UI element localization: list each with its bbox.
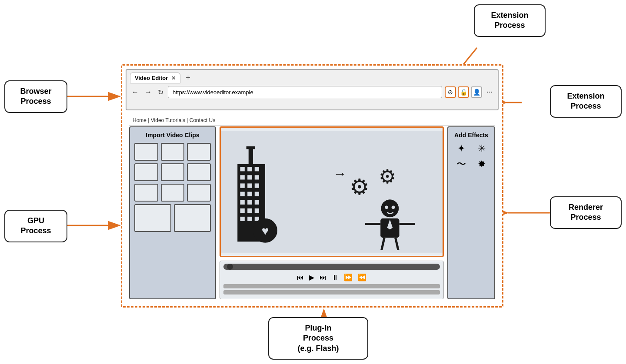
clip-thumb-5[interactable] xyxy=(161,163,185,181)
url-bar[interactable]: https://www.videoeditor.example xyxy=(168,86,442,98)
nav-tutorials[interactable]: Video Tutorials xyxy=(151,117,185,123)
clip-thumb-8[interactable] xyxy=(161,184,185,202)
clip-thumb-6[interactable] xyxy=(187,163,211,181)
svg-rect-16 xyxy=(240,183,245,188)
progress-bar[interactable] xyxy=(223,264,440,270)
gpu-process-label: GPUProcess xyxy=(20,216,51,235)
extension-process-label-1: ExtensionProcess xyxy=(491,11,528,30)
renderer-process-label: RendererProcess xyxy=(569,203,603,222)
url-text: https://www.videoeditor.example xyxy=(173,89,253,96)
clip-thumb-4[interactable] xyxy=(134,163,158,181)
extension-icon-1[interactable]: ⊘ xyxy=(445,86,456,98)
svg-rect-28 xyxy=(240,217,245,221)
control-buttons: ⏮ ▶ ⏭ ⏸ ⏩ ⏪ xyxy=(223,272,440,282)
tab-close-button[interactable]: ✕ xyxy=(171,75,176,81)
svg-rect-21 xyxy=(255,192,259,196)
svg-rect-29 xyxy=(247,217,252,221)
browser-process-box: Browser Process xyxy=(4,80,67,113)
play-button[interactable]: ▶ xyxy=(309,273,314,281)
svg-rect-17 xyxy=(247,183,252,188)
skip-forward-button[interactable]: ⏭ xyxy=(320,274,326,281)
forward-button[interactable]: → xyxy=(143,87,153,97)
extension-icon-3[interactable]: 👤 xyxy=(471,86,482,98)
browser-window: Video Editor ✕ + ← → ↻ https://www.video… xyxy=(121,64,503,308)
svg-rect-15 xyxy=(255,175,259,179)
effect-sparkle[interactable]: ✦ xyxy=(453,143,470,154)
svg-rect-26 xyxy=(247,208,252,213)
extension-icon-2[interactable]: 🔒 xyxy=(458,86,469,98)
svg-point-45 xyxy=(392,205,395,209)
center-panel: ♥ → ⚙ ⚙ xyxy=(220,126,444,299)
video-preview: ♥ → ⚙ ⚙ xyxy=(220,126,444,257)
svg-rect-19 xyxy=(240,192,245,196)
skip-back-button[interactable]: ⏮ xyxy=(297,274,304,281)
gpu-process-box: GPUProcess xyxy=(4,210,67,242)
effect-firework[interactable]: ✸ xyxy=(473,158,490,171)
svg-text:→: → xyxy=(333,166,347,181)
right-panel: Add Effects ✦ ✳ 〜 ✸ xyxy=(447,126,495,299)
progress-knob[interactable] xyxy=(227,264,233,270)
clip-thumb-10[interactable] xyxy=(134,204,171,232)
clip-thumb-9[interactable] xyxy=(187,184,211,202)
clip-thumb-1[interactable] xyxy=(134,143,158,161)
video-controls: ⏮ ▶ ⏭ ⏸ ⏩ ⏪ xyxy=(220,261,444,299)
timeline-bar-1 xyxy=(223,284,440,288)
clip-thumb-2[interactable] xyxy=(161,143,185,161)
svg-point-38 xyxy=(381,199,399,217)
extension-process-label-2: ExtensionProcess xyxy=(567,92,604,110)
nav-contact[interactable]: Contact Us xyxy=(190,117,215,123)
rewind-button[interactable]: ⏪ xyxy=(358,273,366,281)
fast-forward-button[interactable]: ⏩ xyxy=(344,273,353,281)
right-panel-title: Add Effects xyxy=(453,132,490,139)
tab-label: Video Editor xyxy=(135,75,168,81)
svg-rect-32 xyxy=(246,146,255,149)
svg-rect-12 xyxy=(255,167,259,171)
clip-thumb-3[interactable] xyxy=(187,143,211,161)
nav-bar: ← → ↻ https://www.videoeditor.example ⊘ … xyxy=(127,83,498,101)
clip-thumb-11[interactable] xyxy=(174,204,211,232)
clip-thumb-7[interactable] xyxy=(134,184,158,202)
svg-rect-24 xyxy=(255,200,259,205)
menu-button[interactable]: ⋯ xyxy=(485,89,494,96)
effects-grid: ✦ ✳ 〜 ✸ xyxy=(453,143,490,171)
refresh-button[interactable]: ↻ xyxy=(156,87,165,97)
svg-rect-31 xyxy=(249,148,253,164)
back-button[interactable]: ← xyxy=(130,87,140,97)
tab-bar: Video Editor ✕ + xyxy=(127,70,498,83)
svg-rect-22 xyxy=(240,200,245,205)
active-tab[interactable]: Video Editor ✕ xyxy=(130,73,180,83)
svg-rect-14 xyxy=(247,175,252,179)
main-content: Import Video Clips xyxy=(129,126,495,299)
renderer-process-box: RendererProcess xyxy=(550,196,622,229)
new-tab-button[interactable]: + xyxy=(182,73,194,83)
svg-text:⚙: ⚙ xyxy=(379,166,396,187)
effect-burst[interactable]: ✳ xyxy=(473,143,490,154)
extension-icon-group: ⊘ 🔒 👤 xyxy=(445,86,482,98)
svg-rect-27 xyxy=(255,208,259,213)
browser-chrome: Video Editor ✕ + ← → ↻ https://www.video… xyxy=(126,69,499,110)
video-content-svg: ♥ → ⚙ ⚙ xyxy=(221,128,443,256)
svg-rect-23 xyxy=(247,200,252,205)
browser-process-label: Browser Process xyxy=(20,87,51,106)
plugin-process-label: Plug-inProcess(e.g. Flash) xyxy=(297,324,339,353)
left-panel-title: Import Video Clips xyxy=(134,132,211,139)
svg-rect-20 xyxy=(247,192,252,196)
svg-rect-13 xyxy=(240,175,245,179)
plugin-process-box: Plug-inProcess(e.g. Flash) xyxy=(268,317,368,360)
svg-point-44 xyxy=(385,205,388,209)
left-panel: Import Video Clips xyxy=(129,126,216,299)
extension-process-box-1: ExtensionProcess xyxy=(474,4,546,37)
clip-grid xyxy=(134,143,211,202)
svg-rect-25 xyxy=(240,208,245,213)
svg-text:⚙: ⚙ xyxy=(350,175,370,199)
timeline-bar-2 xyxy=(223,290,440,295)
pause-button[interactable]: ⏸ xyxy=(332,274,339,281)
svg-text:♥: ♥ xyxy=(262,224,269,238)
svg-rect-11 xyxy=(247,167,252,171)
effect-swirl[interactable]: 〜 xyxy=(453,158,470,171)
svg-rect-10 xyxy=(240,167,245,171)
nav-home[interactable]: Home xyxy=(133,117,147,123)
timeline-bars xyxy=(223,284,440,295)
site-nav: Home | Video Tutorials | Contact Us xyxy=(129,116,495,126)
svg-rect-18 xyxy=(255,183,259,188)
